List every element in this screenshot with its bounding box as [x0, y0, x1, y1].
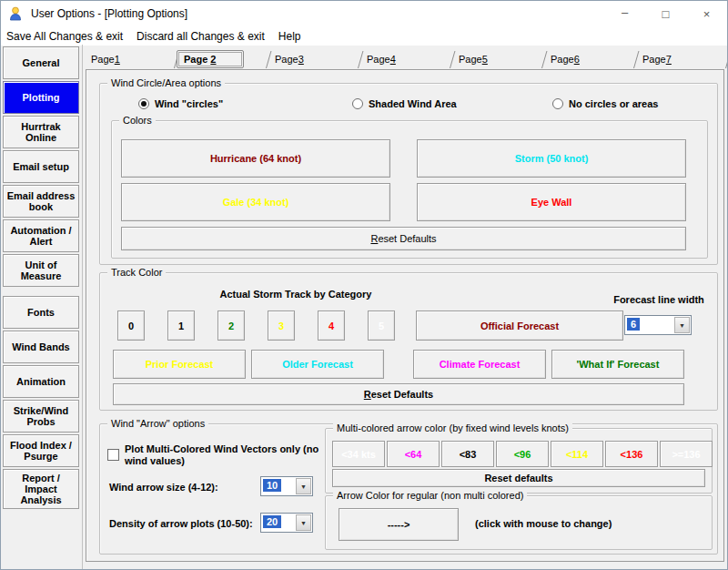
category-3-button[interactable]: 3 [268, 310, 295, 341]
window-controls: – □ × [604, 1, 727, 26]
arrow-color-lt34-button[interactable]: <34 kts [332, 441, 385, 467]
category-2-button[interactable]: 2 [217, 310, 245, 341]
density-select[interactable]: 20 ▼ [260, 513, 313, 533]
sidebar-item-fonts[interactable]: Fonts [3, 296, 79, 329]
arrow-color-lt96-button[interactable]: <96 [496, 441, 549, 467]
sidebar-item-animation[interactable]: Animation [3, 365, 79, 398]
window: User Options - [Plotting Options] – □ × … [0, 0, 728, 570]
sidebar-item-plotting[interactable]: Plotting [3, 81, 79, 114]
tab-page-7[interactable]: Page 7 [634, 49, 726, 69]
multi-colored-vectors-checkbox-label: Plot Multi-Colored Wind Vectors only (no… [125, 443, 323, 467]
maximize-button[interactable]: □ [645, 1, 686, 26]
maximize-icon: □ [662, 7, 670, 21]
minimize-button[interactable]: – [604, 1, 645, 26]
selected-value: 20 [263, 515, 281, 528]
app-icon [8, 6, 23, 21]
category-4-button[interactable]: 4 [318, 310, 345, 341]
chevron-down-icon[interactable]: ▼ [296, 478, 311, 494]
sidebar-item-email-setup[interactable]: Email setup [3, 150, 79, 183]
tab-page-2[interactable]: Page 2 [175, 49, 267, 69]
radio-icon [552, 98, 563, 109]
sidebar-item-wind-bands[interactable]: Wind Bands [3, 331, 79, 363]
click-to-change-hint: (click with mouse to change) [475, 518, 612, 529]
color-button-eye-wall[interactable]: Eye Wall [417, 183, 686, 221]
arrow-color-lt136-button[interactable]: <136 [605, 441, 658, 467]
wind-arrow-options-frame: Wind "Arrow" options Plot Multi-Colored … [99, 423, 718, 555]
arrow-color-lt64-button[interactable]: <64 [387, 441, 440, 467]
selected-value: 10 [263, 479, 281, 492]
older-forecast-button[interactable]: Older Forecast [251, 350, 384, 379]
frame-title: Multi-colored arrow color (by fixed wind… [333, 422, 572, 435]
frame-title: Arrow Color for regular (non multi color… [333, 489, 527, 503]
category-5-button[interactable]: 5 [368, 310, 395, 341]
arrow-color-lt83-button[interactable]: <83 [441, 441, 494, 467]
tab-page-1[interactable]: Page 1 [83, 49, 175, 69]
tab-page-4[interactable]: Page 4 [359, 49, 450, 69]
multi-colored-arrow-frame: Multi-colored arrow color (by fixed wind… [325, 428, 713, 494]
colors-frame: Colors Hurricane (64 knot) Storm (50 kno… [111, 120, 708, 259]
window-title: User Options - [Plotting Options] [31, 7, 187, 20]
menubar: Save All Changes & exit Discard all Chan… [1, 26, 727, 46]
radio-no-circles-or-areas[interactable]: No circles or areas [552, 98, 658, 109]
color-button-gale[interactable]: Gale (34 knot) [121, 183, 390, 221]
sidebar-item-automation-alert[interactable]: Automation / Alert [3, 219, 79, 252]
radio-shaded-wind-area[interactable]: Shaded Wind Area [352, 98, 457, 109]
actual-storm-track-label: Actual Storm Track by Category [187, 289, 405, 300]
sidebar: General Plotting Hurrtrak Online Email s… [3, 46, 81, 511]
sidebar-item-strike-wind-probs[interactable]: Strike/Wind Probs [3, 400, 79, 433]
selected-tab-box: Page 2 [177, 50, 244, 68]
track-color-frame: Track Color Actual Storm Track by Catego… [99, 272, 718, 411]
arrow-color-ge136-button[interactable]: >=136 [660, 441, 713, 467]
tab-page-6[interactable]: Page 6 [542, 49, 634, 69]
sidebar-item-email-address-book[interactable]: Email address book [3, 185, 79, 218]
radio-icon [352, 98, 363, 109]
density-of-arrow-plots-label: Density of arrow plots (10-50): [109, 518, 253, 529]
menu-discard-all-changes[interactable]: Discard all Changes & exit [131, 30, 270, 43]
reset-defaults-button[interactable]: Reset defaults [332, 469, 705, 487]
frame-title: Colors [119, 114, 156, 127]
tab-page-3[interactable]: Page 3 [267, 49, 359, 69]
arrow-color-lt114-button[interactable]: <114 [551, 441, 603, 467]
frame-title: Track Color [107, 266, 166, 280]
minimize-icon: – [622, 5, 628, 19]
color-button-storm[interactable]: Storm (50 knot) [417, 139, 686, 178]
forecast-line-width-label: Forecast line width [603, 294, 714, 305]
category-0-button[interactable]: 0 [117, 310, 145, 341]
close-button[interactable]: × [686, 1, 727, 26]
radio-wind-circles[interactable]: Wind "circles" [138, 98, 223, 109]
tab-page-5[interactable]: Page 5 [450, 49, 542, 69]
multi-colored-vectors-checkbox[interactable] [107, 449, 119, 461]
sidebar-item-hurrtrak-online[interactable]: Hurrtrak Online [3, 116, 79, 148]
regular-arrow-color-button[interactable]: -----> [339, 508, 459, 541]
sidebar-item-unit-of-measure[interactable]: Unit of Measure [3, 254, 79, 287]
color-button-hurricane[interactable]: Hurricane (64 knot) [121, 139, 390, 178]
wind-arrow-size-label: Wind arrow size (4-12): [109, 482, 218, 493]
climate-forecast-button[interactable]: Climate Forecast [413, 350, 546, 379]
menu-help[interactable]: Help [273, 30, 307, 43]
reset-defaults-button[interactable]: Reset Defaults [113, 383, 684, 405]
chevron-down-icon[interactable]: ▼ [296, 514, 311, 531]
regular-arrow-color-frame: Arrow Color for regular (non multi color… [325, 495, 713, 550]
frame-title: Wind Circle/Area options [107, 76, 225, 90]
menu-save-all-changes[interactable]: Save All Changes & exit [1, 30, 128, 43]
selected-value: 6 [627, 318, 640, 331]
content-panel: Wind Circle/Area options Wind "circles" … [86, 69, 724, 562]
chevron-down-icon[interactable]: ▼ [674, 317, 690, 333]
wind-circle-area-options-frame: Wind Circle/Area options Wind "circles" … [99, 83, 718, 265]
close-icon: × [703, 7, 711, 21]
what-if-forecast-button[interactable]: 'What If' Forecast [551, 350, 684, 379]
official-forecast-button[interactable]: Official Forecast [416, 310, 623, 341]
titlebar: User Options - [Plotting Options] – □ × [1, 1, 727, 26]
sidebar-divider [82, 45, 83, 570]
sidebar-item-report-impact-analysis[interactable]: Report / Impact Analysis [3, 469, 79, 509]
reset-defaults-button[interactable]: Reset Defaults [121, 227, 686, 250]
category-1-button[interactable]: 1 [167, 310, 195, 341]
forecast-line-width-select[interactable]: 6 ▼ [624, 315, 692, 335]
sidebar-item-general[interactable]: General [3, 46, 79, 79]
frame-title: Wind "Arrow" options [107, 417, 208, 431]
sidebar-item-flood-index-psurge[interactable]: Flood Index / Psurge [3, 434, 79, 467]
prior-forecast-button[interactable]: Prior Forecast [113, 350, 246, 379]
tab-strip: Page 1 Page 2 Page 3 Page 4 Page 5 Page … [83, 49, 726, 69]
wind-arrow-size-select[interactable]: 10 ▼ [260, 476, 313, 496]
radio-selected-icon [138, 98, 149, 109]
